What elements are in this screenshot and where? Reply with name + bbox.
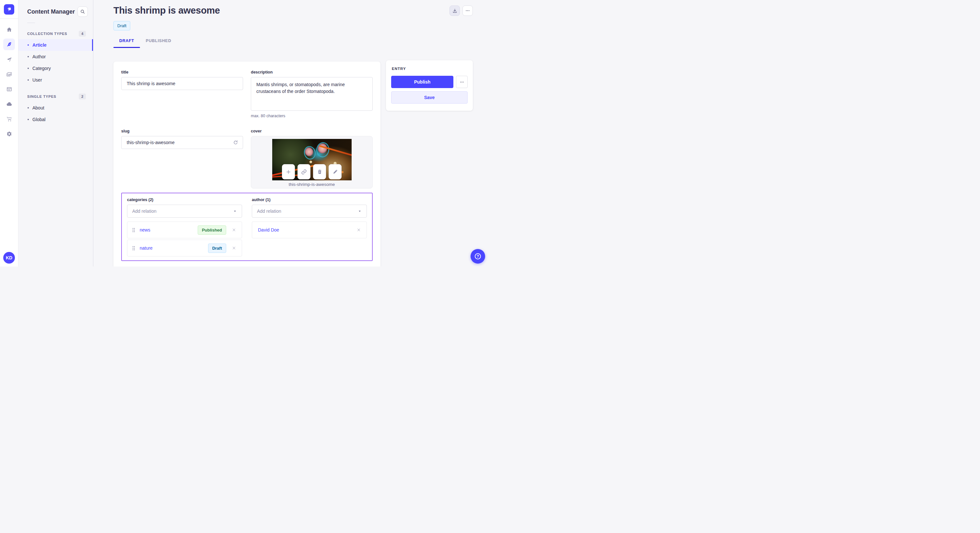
tab-published[interactable]: PUBLISHED <box>140 38 177 48</box>
more-options-button[interactable] <box>463 5 473 16</box>
collection-types-header: COLLECTION TYPES 4 <box>27 31 86 36</box>
edit-form-card: title description Mantis shrimps, or sto… <box>113 62 380 266</box>
tab-draft[interactable]: DRAFT <box>113 38 140 48</box>
description-field-label: description <box>251 70 373 75</box>
main-content: This shrimp is awesome Draft DRAFT PUBLI… <box>93 0 490 266</box>
relation-link[interactable]: news <box>140 227 150 233</box>
relations-section: categories (2) Add relation news Publish… <box>121 193 373 261</box>
chevron-down-icon <box>233 209 237 213</box>
layout-icon[interactable] <box>3 83 15 95</box>
categories-add-relation-select[interactable]: Add relation <box>127 205 242 217</box>
remove-relation-button[interactable] <box>231 245 237 251</box>
rail-nav <box>3 24 15 140</box>
sidebar-item-label: Author <box>32 54 46 59</box>
delete-asset-button[interactable] <box>313 164 326 179</box>
remove-relation-button[interactable] <box>356 227 362 233</box>
regenerate-slug-icon[interactable] <box>233 140 239 145</box>
drag-handle-icon[interactable] <box>132 246 135 250</box>
description-hint: max. 80 characters <box>251 114 373 118</box>
sidebar-item-category[interactable]: Category <box>19 62 93 74</box>
pencil-icon <box>332 169 338 174</box>
slug-input[interactable] <box>127 140 233 145</box>
close-icon <box>356 228 361 232</box>
sidebar-item-label: User <box>32 78 42 82</box>
author-add-relation-select[interactable]: Add relation <box>252 205 367 217</box>
author-field-label: author (1) <box>252 198 367 202</box>
entry-panel: ENTRY Publish Save <box>386 60 473 111</box>
entry-panel-title: ENTRY <box>392 67 468 71</box>
strapi-logo[interactable] <box>4 4 14 14</box>
title-input[interactable] <box>121 77 243 90</box>
single-types-header: SINGLE TYPES 2 <box>27 94 86 99</box>
remove-relation-button[interactable] <box>231 227 237 233</box>
cover-actions <box>282 164 342 179</box>
search-button[interactable] <box>78 6 88 17</box>
question-mark-icon: ? <box>475 253 481 259</box>
media-images-icon[interactable] <box>3 68 15 80</box>
collection-types-label: COLLECTION TYPES <box>27 32 67 36</box>
bullet-icon <box>27 44 29 46</box>
slug-field <box>121 136 243 149</box>
link-icon <box>301 169 307 175</box>
categories-field-label: categories (2) <box>127 198 242 202</box>
ellipsis-icon <box>460 80 465 84</box>
title-field-label: title <box>121 70 243 75</box>
version-tabs: DRAFT PUBLISHED <box>113 38 473 48</box>
cloud-icon[interactable] <box>3 98 15 110</box>
relation-link[interactable]: nature <box>140 246 153 251</box>
trash-icon <box>317 169 323 174</box>
page-title: This shrimp is awesome <box>113 5 220 16</box>
user-avatar[interactable]: KD <box>3 252 15 263</box>
content-manager-panel: Content Manager COLLECTION TYPES 4 Artic… <box>19 0 93 266</box>
publish-button[interactable]: Publish <box>391 76 453 88</box>
help-button[interactable]: ? <box>471 249 485 263</box>
drag-handle-icon[interactable] <box>132 228 135 232</box>
import-export-button[interactable] <box>450 5 460 16</box>
ellipsis-icon <box>465 8 470 13</box>
plus-icon <box>285 169 291 175</box>
gear-icon[interactable] <box>3 128 15 140</box>
strapi-logo-icon <box>5 5 13 13</box>
save-button[interactable]: Save <box>391 91 468 104</box>
description-textarea[interactable]: Mantis shrimps, or stomatopods, are mari… <box>251 77 373 111</box>
entry-more-button[interactable] <box>456 76 468 88</box>
categories-column: categories (2) Add relation news Publish… <box>127 198 242 257</box>
bullet-icon <box>27 68 29 69</box>
sidebar-item-about[interactable]: About <box>19 102 93 114</box>
sidebar-item-article[interactable]: Article <box>19 39 93 51</box>
relation-status-badge: Published <box>198 225 226 235</box>
status-badge: Draft <box>113 21 130 30</box>
relation-item-author: David Doe <box>252 222 367 238</box>
download-icon <box>452 8 458 14</box>
single-types-count-badge: 2 <box>79 94 86 99</box>
close-icon <box>232 246 236 250</box>
edit-asset-button[interactable] <box>329 164 342 179</box>
sidebar-item-label: About <box>32 105 45 110</box>
relation-item-news: news Published <box>127 222 242 238</box>
copy-link-button[interactable] <box>298 164 310 179</box>
bullet-icon <box>27 107 29 108</box>
collection-types-count-badge: 4 <box>79 31 86 36</box>
sidebar-item-author[interactable]: Author <box>19 51 93 62</box>
cover-filename: this-shrimp-is-awesome <box>289 182 335 187</box>
cover-panel: this-shrimp-is-awesome <box>251 136 373 189</box>
home-icon[interactable] <box>3 24 15 35</box>
relation-item-nature: nature Draft <box>127 240 242 257</box>
bullet-icon <box>27 56 29 57</box>
close-icon <box>232 228 236 232</box>
cart-icon[interactable] <box>3 113 15 125</box>
content-manager-feather-icon[interactable] <box>3 38 15 50</box>
sidebar-item-global[interactable]: Global <box>19 114 93 125</box>
cover-image <box>272 139 352 180</box>
relation-link[interactable]: David Doe <box>258 227 279 233</box>
add-asset-button[interactable] <box>282 164 295 179</box>
sidebar-item-user[interactable]: User <box>19 74 93 86</box>
sidebar-item-label: Article <box>32 43 47 48</box>
author-column: author (1) Add relation David Doe <box>252 198 367 257</box>
add-relation-placeholder: Add relation <box>257 209 281 214</box>
bullet-icon <box>27 119 29 120</box>
relation-status-badge: Draft <box>208 244 226 253</box>
chevron-down-icon <box>358 209 362 213</box>
slug-field-label: slug <box>121 129 243 133</box>
paper-plane-icon[interactable] <box>3 54 15 65</box>
